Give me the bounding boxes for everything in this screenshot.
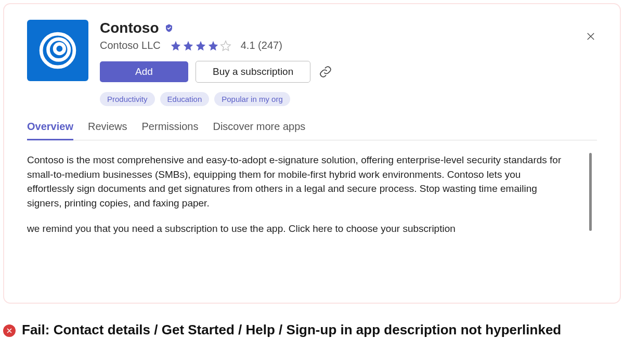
- tab-discover[interactable]: Discover more apps: [213, 121, 305, 140]
- app-logo: [27, 20, 88, 81]
- fail-banner: Fail: Contact details / Get Started / He…: [3, 321, 621, 339]
- app-title: Contoso: [100, 20, 159, 36]
- buy-subscription-button[interactable]: Buy a subscription: [196, 61, 310, 83]
- description-paragraph-1: Contoso is the most comprehensive and ea…: [27, 153, 566, 210]
- fail-icon: [3, 324, 16, 337]
- star-icon: [183, 40, 194, 51]
- tab-overview[interactable]: Overview: [27, 121, 73, 140]
- verified-icon: [164, 23, 174, 33]
- rating-text: 4.1 (247): [241, 40, 282, 51]
- tag-popular[interactable]: Popular in my org: [214, 92, 290, 106]
- x-icon: [6, 327, 13, 334]
- tab-permissions[interactable]: Permissions: [142, 121, 199, 140]
- app-details-card: Contoso Contoso LLC 4.1 (247) Add Bu: [3, 3, 621, 304]
- tabs: Overview Reviews Permissions Discover mo…: [27, 121, 597, 140]
- svg-point-2: [55, 44, 64, 53]
- copy-link-button[interactable]: [318, 64, 333, 80]
- scrollbar-thumb[interactable]: [589, 153, 592, 231]
- tag-productivity[interactable]: Productivity: [100, 92, 155, 106]
- rating-stars: [170, 40, 231, 51]
- star-icon: [170, 40, 181, 51]
- publisher-name: Contoso LLC: [100, 40, 161, 51]
- link-icon: [319, 65, 332, 79]
- close-icon: [586, 31, 596, 42]
- action-row: Add Buy a subscription: [100, 61, 597, 83]
- description-area: Contoso is the most comprehensive and ea…: [27, 153, 597, 236]
- star-icon: [195, 40, 206, 51]
- header-row: Contoso Contoso LLC 4.1 (247) Add Bu: [27, 20, 597, 106]
- star-icon: [220, 40, 231, 51]
- publisher-row: Contoso LLC 4.1 (247): [100, 40, 597, 51]
- title-row: Contoso: [100, 20, 597, 36]
- star-icon: [207, 40, 219, 51]
- tags-row: Productivity Education Popular in my org: [100, 92, 597, 106]
- app-meta: Contoso Contoso LLC 4.1 (247) Add Bu: [100, 20, 597, 106]
- tab-reviews[interactable]: Reviews: [88, 121, 127, 140]
- tag-education[interactable]: Education: [160, 92, 210, 106]
- description-paragraph-2: we remind you that you need a subscripti…: [27, 222, 566, 236]
- spiral-icon: [36, 29, 80, 72]
- add-button[interactable]: Add: [100, 61, 188, 82]
- close-button[interactable]: [586, 31, 596, 42]
- fail-text: Fail: Contact details / Get Started / He…: [22, 321, 561, 339]
